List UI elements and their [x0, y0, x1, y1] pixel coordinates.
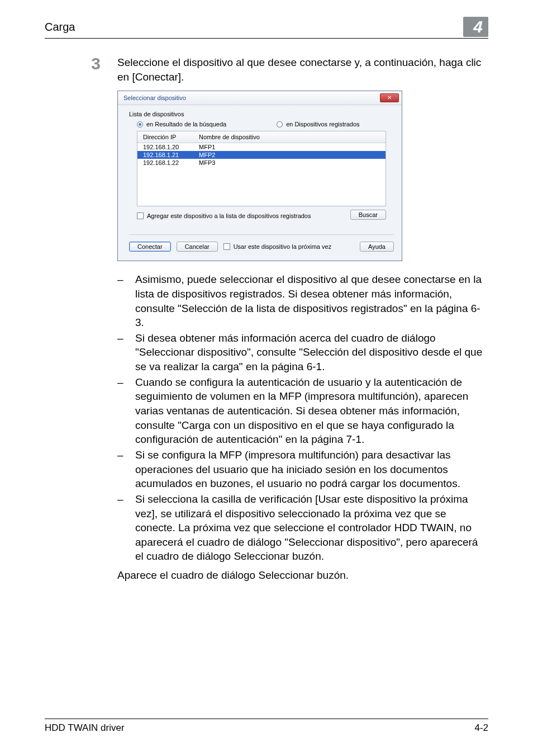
radio-icon	[137, 121, 143, 127]
page-footer: HDD TWAIN driver 4-2	[45, 719, 488, 734]
select-device-dialog: Seleccionar dispositivo ✕ Lista de dispo…	[117, 91, 402, 261]
checkbox-icon	[223, 243, 230, 250]
result-text: Aparece el cuadro de diálogo Seleccionar…	[117, 568, 488, 583]
use-next-time-label: Usar este dispositivo la próxima vez	[234, 243, 331, 250]
dialog-footer: Conectar Cancelar Usar este dispositivo …	[129, 234, 394, 252]
list-item: –Cuando se configura la autenticación de…	[117, 375, 488, 447]
list-item: –Si desea obtener más información acerca…	[117, 331, 488, 374]
col-name-header[interactable]: Nombre de dispositivo	[193, 131, 386, 143]
radio-registered-devices[interactable]: en Dispositivos registrados	[277, 121, 359, 127]
close-icon: ✕	[387, 95, 392, 101]
col-ip-header[interactable]: Dirección IP	[137, 131, 193, 143]
use-next-time-check[interactable]: Usar este dispositivo la próxima vez	[223, 243, 331, 250]
source-radio-group: en Resultado de la búsqueda en Dispositi…	[137, 121, 394, 127]
device-name: MFP2	[193, 151, 386, 159]
step: 3 Seleccione el dispositivo al que desee…	[84, 55, 488, 583]
dialog-body: Lista de dispositivos en Resultado de la…	[118, 105, 402, 261]
device-ip: 192.168.1.20	[137, 143, 193, 151]
page-body: 3 Seleccione el dispositivo al que desee…	[45, 39, 488, 583]
device-name: MFP1	[193, 143, 386, 151]
notes-list: –Asimismo, puede seleccionar el disposit…	[117, 272, 488, 564]
step-number: 3	[84, 55, 101, 583]
radio-registered-devices-label: en Dispositivos registrados	[286, 121, 359, 127]
footer-page-number: 4-2	[474, 722, 488, 734]
device-list-label: Lista de dispositivos	[129, 111, 394, 117]
device-name: MFP3	[193, 159, 386, 167]
cancel-button[interactable]: Cancelar	[177, 242, 218, 252]
list-item: –Asimismo, puede seleccionar el disposit…	[117, 272, 488, 330]
chapter-number: 4	[463, 17, 488, 37]
section-title: Carga	[45, 21, 75, 34]
footer-left: HDD TWAIN driver	[45, 722, 125, 734]
device-list-header: Dirección IP Nombre de dispositivo	[137, 131, 386, 143]
connect-button[interactable]: Conectar	[129, 242, 171, 252]
radio-search-results-label: en Resultado de la búsqueda	[146, 121, 226, 127]
add-to-registered-check[interactable]: Agregar este dispositivo a la lista de d…	[137, 212, 311, 219]
checkbox-icon	[137, 212, 144, 219]
device-row[interactable]: 192.168.1.22 MFP3	[137, 159, 386, 167]
dialog-title: Seleccionar dispositivo	[123, 94, 186, 101]
list-item: –Si selecciona la casilla de verificació…	[117, 492, 488, 564]
page: Carga 4 3 Seleccione el dispositivo al q…	[0, 0, 533, 756]
add-to-registered-label: Agregar este dispositivo a la lista de d…	[147, 212, 311, 219]
radio-search-results[interactable]: en Resultado de la búsqueda	[137, 121, 226, 127]
device-ip: 192.168.1.22	[137, 159, 193, 167]
device-row-selected[interactable]: 192.168.1.21 MFP2	[137, 151, 386, 159]
page-header: Carga 4	[45, 17, 488, 39]
close-button[interactable]: ✕	[380, 93, 399, 102]
device-ip: 192.168.1.21	[137, 151, 193, 159]
step-instruction: Seleccione el dispositivo al que desee c…	[117, 55, 488, 84]
device-list: Dirección IP Nombre de dispositivo 192.1…	[137, 131, 386, 206]
list-filler	[137, 167, 386, 206]
search-button[interactable]: Buscar	[350, 210, 386, 220]
radio-icon	[277, 121, 283, 127]
dialog-titlebar: Seleccionar dispositivo ✕	[118, 91, 402, 105]
help-button[interactable]: Ayuda	[360, 242, 394, 252]
list-item: –Si se configura la MFP (impresora multi…	[117, 448, 488, 491]
device-row[interactable]: 192.168.1.20 MFP1	[137, 143, 386, 151]
